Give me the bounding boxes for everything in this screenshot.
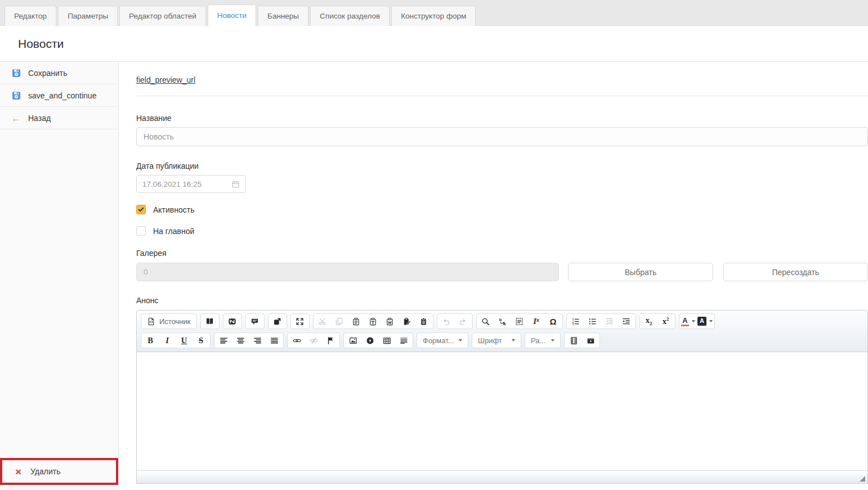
ordered-list-button[interactable]: 123 <box>567 314 584 329</box>
anchor-flag-button[interactable] <box>322 333 339 348</box>
outdent-button <box>601 314 618 329</box>
copy-icon <box>335 317 343 326</box>
paste-edit-button[interactable] <box>399 314 415 329</box>
gallery-choose-button[interactable]: Выбрать <box>568 263 713 281</box>
activity-checkbox[interactable] <box>136 205 146 214</box>
select-all-button[interactable] <box>511 314 528 329</box>
align-right-button[interactable] <box>249 333 266 348</box>
comment-button[interactable] <box>247 314 263 329</box>
link-button[interactable] <box>288 333 305 348</box>
sidebar-item-delete[interactable]: × Удалить <box>2 460 116 483</box>
paste-word-icon <box>386 317 394 326</box>
align-center-button[interactable] <box>232 333 249 348</box>
sidebar-item-back[interactable]: ← Назад <box>0 107 118 129</box>
toolbar-group: BIUS <box>141 332 211 348</box>
search-button[interactable] <box>477 314 494 329</box>
font-dropdown[interactable]: Шрифт <box>472 332 521 348</box>
on-main-checkbox-row[interactable]: На главной <box>136 226 194 236</box>
format-dropdown[interactable]: Формат... <box>417 332 468 348</box>
comment-icon <box>250 317 259 326</box>
maximize-icon <box>296 317 304 326</box>
tab-news[interactable]: Новости <box>208 5 256 26</box>
replace-button[interactable]: ba <box>494 314 511 329</box>
strike-button[interactable]: S <box>193 333 209 348</box>
chevron-down-icon <box>709 320 713 322</box>
clipboard-dark-button[interactable] <box>415 314 432 329</box>
tab-section-list[interactable]: Список разделов <box>310 6 390 26</box>
remove-format-icon: Ix <box>533 317 539 326</box>
replace-icon: ba <box>498 317 507 326</box>
snippet-box-button[interactable] <box>224 314 241 329</box>
gallery-recreate-button[interactable]: Пересоздать <box>723 263 868 281</box>
text-color-icon: A <box>681 317 688 326</box>
paste-word-button[interactable] <box>382 314 399 329</box>
horizontal-rule-button[interactable] <box>395 333 412 348</box>
editor-content-area[interactable] <box>137 352 867 470</box>
svg-text:3: 3 <box>572 322 574 325</box>
align-center-icon <box>236 336 245 345</box>
outdent-icon <box>605 317 614 326</box>
sidebar-item-label: Назад <box>28 114 51 123</box>
image-button[interactable] <box>344 333 361 348</box>
video-button[interactable] <box>582 333 599 348</box>
superscript-button[interactable]: x2 <box>657 314 674 329</box>
publish-date-input[interactable]: 17.06.2021 16:25 <box>136 175 246 193</box>
remove-format-button[interactable]: Ix <box>528 314 545 329</box>
book-button[interactable] <box>202 314 218 329</box>
tab-form-builder[interactable]: Конструктор форм <box>391 6 476 26</box>
tab-region-editor[interactable]: Редактор областей <box>119 6 206 26</box>
bold-button[interactable]: B <box>142 333 159 348</box>
text-color-button[interactable]: A <box>680 314 697 329</box>
underline-button[interactable]: U <box>176 333 193 348</box>
field-preview-url-link[interactable]: field_preview_url <box>136 75 195 84</box>
film-button[interactable] <box>565 333 582 348</box>
toolbar-group <box>343 332 413 348</box>
resize-grip[interactable] <box>860 476 865 482</box>
indent-button[interactable] <box>618 314 635 329</box>
omega-button[interactable]: Ω <box>545 314 562 329</box>
toolbar-group <box>223 313 242 329</box>
sidebar: Сохранить save_and_continue ← Назад × Уд… <box>0 62 119 489</box>
align-right-icon <box>253 336 262 345</box>
announce-richtext-editor: ИсточникbaIxΩ123x2x2AABIUSФормат...Шрифт… <box>136 310 868 484</box>
paste-text-button[interactable] <box>365 314 382 329</box>
italic-button[interactable]: I <box>159 333 176 348</box>
select-all-icon <box>515 317 524 326</box>
toolbar-group <box>245 313 265 329</box>
sidebar-item-label: Удалить <box>30 467 60 476</box>
source-doc-button[interactable]: Источник <box>142 314 196 329</box>
tab-banners[interactable]: Баннеры <box>258 6 308 26</box>
external-link-button[interactable] <box>269 314 286 329</box>
table-icon <box>383 336 391 345</box>
delete-highlight-box: × Удалить <box>0 458 118 485</box>
table-button[interactable] <box>378 333 395 348</box>
bullet-list-button[interactable] <box>584 314 601 329</box>
bullet-list-icon <box>588 317 597 326</box>
subscript-button[interactable]: x2 <box>641 314 657 329</box>
paste-button[interactable] <box>348 314 365 329</box>
format-dropdown-label: Формат... <box>423 336 454 345</box>
clipboard-dark-icon <box>419 317 428 326</box>
flash-button[interactable] <box>361 333 378 348</box>
save-floppy-icon <box>11 69 21 78</box>
subscript-icon: x2 <box>646 316 652 326</box>
sidebar-item-save-and-continue[interactable]: save_and_continue <box>0 84 118 107</box>
tab-editor[interactable]: Редактор <box>5 6 56 26</box>
tab-parameters[interactable]: Параметры <box>58 6 118 26</box>
gallery-count-input[interactable] <box>136 263 559 281</box>
sidebar-item-save[interactable]: Сохранить <box>0 62 118 84</box>
anchor-flag-icon <box>326 336 335 345</box>
align-justify-button[interactable] <box>266 333 283 348</box>
editor-toolbar: ИсточникbaIxΩ123x2x2AABIUSФормат...Шрифт… <box>137 311 867 352</box>
align-left-button[interactable] <box>215 333 232 348</box>
name-input[interactable] <box>136 127 868 146</box>
flash-icon <box>366 336 374 345</box>
activity-checkbox-row[interactable]: Активность <box>136 205 195 214</box>
size-dropdown[interactable]: Ра... <box>525 332 561 348</box>
bold-icon: B <box>147 336 153 345</box>
bg-color-button[interactable]: A <box>697 314 714 329</box>
gallery-label: Галерея <box>136 249 868 258</box>
maximize-button[interactable] <box>292 314 308 329</box>
on-main-checkbox[interactable] <box>136 226 146 236</box>
cut-icon <box>318 317 326 326</box>
